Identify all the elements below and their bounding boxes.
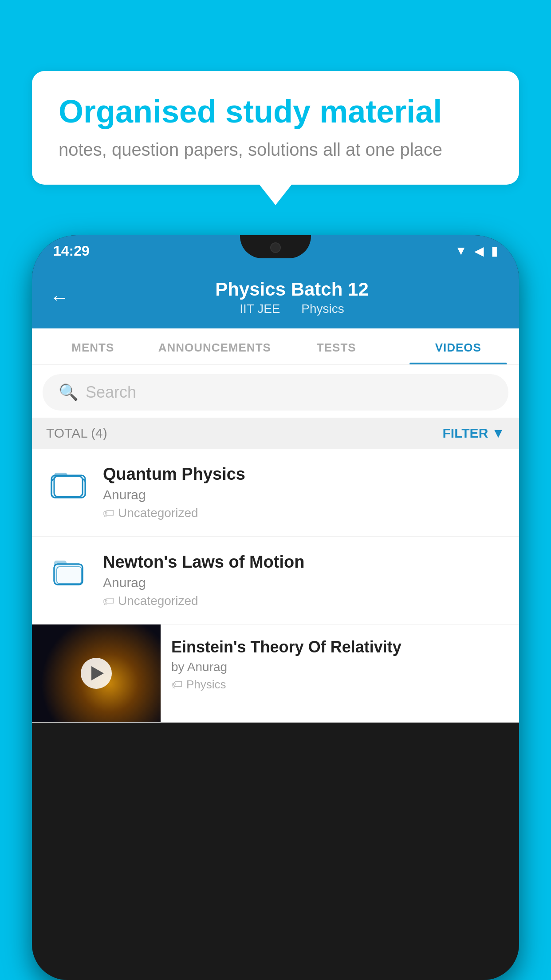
signal-icon: ◀ bbox=[474, 244, 484, 258]
header-title: Physics Batch 12 bbox=[83, 279, 501, 300]
status-icons: ▼ ◀ ▮ bbox=[455, 244, 498, 258]
tab-bar: MENTS ANNOUNCEMENTS TESTS VIDEOS bbox=[32, 328, 519, 365]
video-author-2: Anurag bbox=[103, 575, 505, 590]
filter-button[interactable]: FILTER ▼ bbox=[443, 426, 505, 441]
back-button[interactable]: ← bbox=[50, 286, 69, 308]
status-time: 14:29 bbox=[53, 243, 90, 259]
bubble-title: Organised study material bbox=[59, 94, 492, 129]
tab-announcements[interactable]: ANNOUNCEMENTS bbox=[154, 328, 276, 364]
header-tag-iit: IIT JEE bbox=[240, 302, 280, 316]
search-placeholder: Search bbox=[86, 383, 136, 402]
tag-icon-einstein: 🏷 bbox=[171, 678, 183, 692]
video-author-1: Anurag bbox=[103, 487, 505, 502]
tab-ments[interactable]: MENTS bbox=[32, 328, 154, 364]
folder-icon bbox=[51, 466, 86, 498]
search-bar[interactable]: 🔍 Search bbox=[43, 374, 508, 411]
folder-thumb-2 bbox=[46, 553, 91, 586]
search-icon: 🔍 bbox=[59, 383, 79, 402]
app-header: ← Physics Batch 12 IIT JEE Physics bbox=[32, 266, 519, 328]
status-bar: 14:29 ▼ ◀ ▮ bbox=[32, 235, 519, 266]
wifi-icon: ▼ bbox=[455, 244, 467, 258]
list-item[interactable]: Quantum Physics Anurag 🏷 Uncategorized bbox=[32, 449, 519, 537]
video-title-1: Quantum Physics bbox=[103, 465, 505, 484]
bubble-subtitle: notes, question papers, solutions all at… bbox=[59, 140, 492, 160]
video-list: Quantum Physics Anurag 🏷 Uncategorized bbox=[32, 449, 519, 723]
video-thumbnail-einstein bbox=[32, 624, 161, 722]
play-button[interactable] bbox=[81, 658, 112, 689]
tag-icon-2: 🏷 bbox=[103, 594, 114, 608]
video-info-1: Quantum Physics Anurag 🏷 Uncategorized bbox=[103, 465, 505, 520]
video-author-einstein: by Anurag bbox=[171, 660, 508, 674]
phone-frame: 14:29 ▼ ◀ ▮ ← Physics Batch 12 IIT JEE P… bbox=[32, 235, 519, 980]
search-bar-wrapper: 🔍 Search bbox=[32, 365, 519, 418]
header-tag-physics: Physics bbox=[301, 302, 344, 316]
notch-camera bbox=[270, 242, 281, 253]
total-label: TOTAL (4) bbox=[46, 426, 107, 441]
video-tag-1: 🏷 Uncategorized bbox=[103, 506, 505, 520]
filter-icon: ▼ bbox=[492, 426, 505, 441]
svg-rect-4 bbox=[54, 476, 83, 497]
tag-icon-1: 🏷 bbox=[103, 506, 114, 520]
tab-tests[interactable]: TESTS bbox=[276, 328, 398, 364]
header-center: Physics Batch 12 IIT JEE Physics bbox=[83, 279, 501, 316]
list-item[interactable]: Newton's Laws of Motion Anurag 🏷 Uncateg… bbox=[32, 537, 519, 624]
folder-icon bbox=[51, 554, 86, 586]
video-title-einstein: Einstein's Theory Of Relativity bbox=[171, 638, 508, 656]
video-info-einstein: Einstein's Theory Of Relativity by Anura… bbox=[161, 624, 519, 705]
header-tags: IIT JEE Physics bbox=[83, 302, 501, 316]
video-tag-einstein: 🏷 Physics bbox=[171, 678, 508, 692]
list-item[interactable]: Einstein's Theory Of Relativity by Anura… bbox=[32, 624, 519, 723]
battery-icon: ▮ bbox=[491, 244, 498, 258]
filter-row: TOTAL (4) FILTER ▼ bbox=[32, 418, 519, 449]
tab-videos[interactable]: VIDEOS bbox=[398, 328, 520, 364]
filter-label: FILTER bbox=[443, 426, 488, 441]
play-icon bbox=[91, 666, 104, 680]
notch bbox=[240, 235, 311, 258]
video-title-2: Newton's Laws of Motion bbox=[103, 553, 505, 572]
video-tag-2: 🏷 Uncategorized bbox=[103, 594, 505, 608]
video-info-2: Newton's Laws of Motion Anurag 🏷 Uncateg… bbox=[103, 553, 505, 608]
svg-rect-8 bbox=[57, 567, 82, 584]
speech-bubble: Organised study material notes, question… bbox=[32, 71, 519, 185]
folder-thumb-1 bbox=[46, 465, 91, 498]
